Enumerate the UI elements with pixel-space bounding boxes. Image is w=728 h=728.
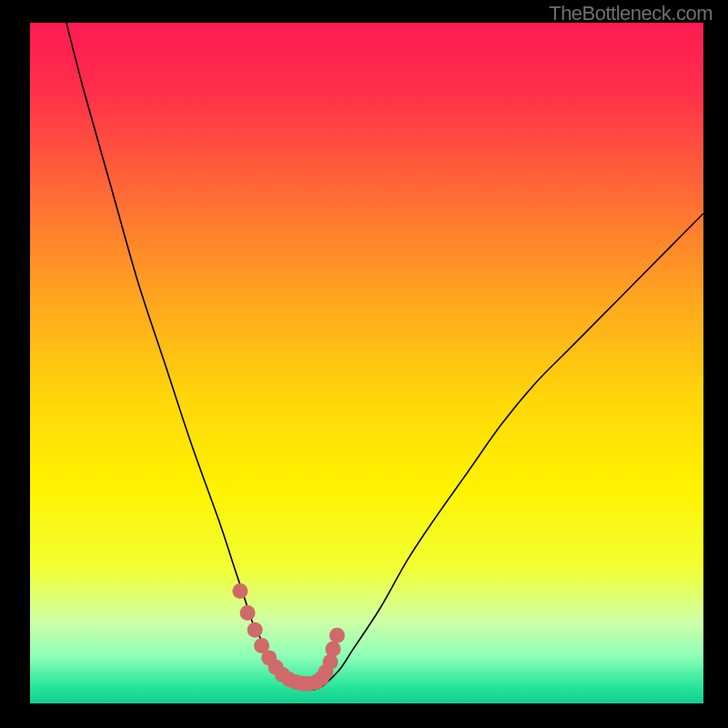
optimal-range-dot (248, 622, 263, 638)
optimal-range-dot (329, 628, 345, 643)
watermark-text: TheBottleneck.com (549, 2, 713, 25)
chart-svg (30, 23, 703, 703)
optimal-range-dot (240, 605, 256, 621)
optimal-range-dot (323, 654, 339, 670)
chart-frame: TheBottleneck.com (0, 0, 728, 728)
optimal-range-dot (326, 642, 341, 657)
plot-area (30, 23, 703, 703)
gradient-background (30, 23, 703, 703)
optimal-range-dot (232, 583, 248, 599)
